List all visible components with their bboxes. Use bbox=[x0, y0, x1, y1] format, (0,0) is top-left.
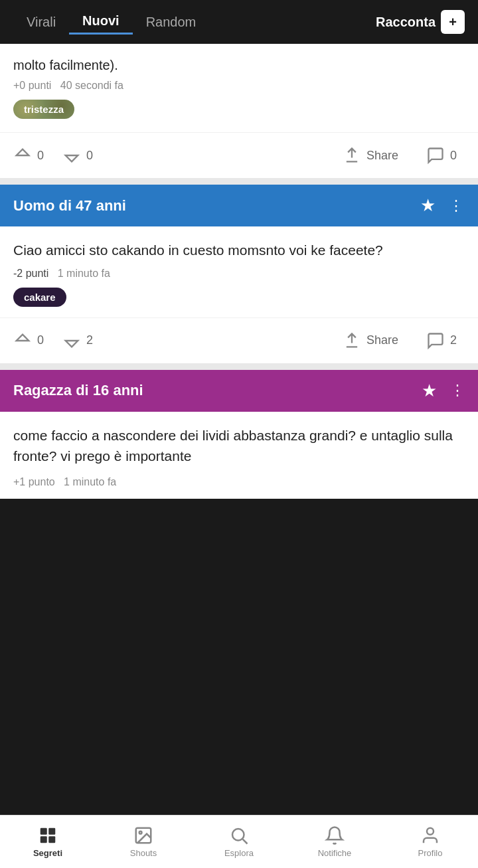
post-points: +0 punti bbox=[13, 80, 51, 91]
post-time: 1 minuto fa bbox=[64, 476, 116, 487]
upvote-button[interactable]: 0 bbox=[13, 329, 52, 353]
post-tag[interactable]: tristezza bbox=[13, 100, 74, 119]
card-body-purple: come faccio a nascondere dei lividi abba… bbox=[0, 412, 478, 499]
post-time: 1 minuto fa bbox=[58, 268, 110, 279]
share-button[interactable]: Share bbox=[343, 143, 406, 167]
svg-rect-3 bbox=[48, 836, 55, 843]
share-button[interactable]: Share bbox=[343, 329, 406, 353]
upvote-count: 0 bbox=[37, 149, 44, 163]
svg-rect-1 bbox=[48, 828, 55, 835]
svg-rect-0 bbox=[40, 828, 47, 835]
downvote-button[interactable]: 0 bbox=[62, 143, 101, 167]
downvote-icon bbox=[62, 331, 81, 350]
upvote-button[interactable]: 0 bbox=[13, 143, 52, 167]
card-title: Uomo di 47 anni bbox=[13, 197, 126, 215]
person-icon bbox=[420, 825, 440, 845]
bell-icon bbox=[325, 825, 345, 845]
tab-segreti[interactable]: Segreti bbox=[0, 820, 96, 863]
comment-icon bbox=[426, 331, 445, 350]
feed-content: molto facilmente). +0 punti 40 secondi f… bbox=[0, 44, 478, 499]
nav-nuovi[interactable]: Nuovi bbox=[69, 9, 133, 35]
tab-profilo-label: Profilo bbox=[418, 848, 443, 858]
tab-notifiche-label: Notifiche bbox=[318, 848, 352, 858]
svg-point-8 bbox=[427, 828, 434, 835]
nav-random[interactable]: Random bbox=[133, 11, 210, 34]
post-card-purple: Ragazza di 16 anni ★ ⋮ come faccio a nas… bbox=[0, 370, 478, 499]
upvote-icon bbox=[13, 146, 32, 165]
svg-line-7 bbox=[243, 839, 248, 844]
card-header-purple: Ragazza di 16 anni ★ ⋮ bbox=[0, 370, 478, 412]
post-text: molto facilmente). bbox=[13, 56, 465, 74]
post-tag[interactable]: cakare bbox=[13, 288, 66, 307]
share-label: Share bbox=[366, 333, 398, 347]
star-icon[interactable]: ★ bbox=[420, 195, 436, 216]
post-text: Ciao amicci sto cakando in cuesto momsnt… bbox=[13, 240, 465, 261]
post-points: +1 punto bbox=[13, 476, 55, 487]
comment-button[interactable]: 2 bbox=[426, 329, 465, 353]
search-icon bbox=[229, 825, 249, 845]
post-time: 40 secondi fa bbox=[60, 80, 123, 91]
comment-icon bbox=[426, 146, 445, 165]
share-icon bbox=[343, 331, 361, 350]
svg-point-5 bbox=[139, 831, 142, 834]
upvote-count: 0 bbox=[37, 333, 44, 347]
downvote-count: 2 bbox=[86, 333, 93, 347]
racconta-button[interactable]: Racconta + bbox=[376, 10, 465, 34]
top-navigation: Virali Nuovi Random Racconta + bbox=[0, 0, 478, 44]
share-label: Share bbox=[366, 149, 398, 163]
post-actions: 0 0 Share 0 bbox=[0, 132, 478, 178]
post-card-partial: molto facilmente). +0 punti 40 secondi f… bbox=[0, 44, 478, 178]
more-options-icon[interactable]: ⋮ bbox=[450, 382, 465, 399]
bottom-navigation: Segreti Shouts Esplora Notifiche Profilo bbox=[0, 815, 478, 868]
downvote-button[interactable]: 2 bbox=[62, 329, 101, 353]
svg-rect-2 bbox=[40, 836, 47, 843]
post-text: come faccio a nascondere dei lividi abba… bbox=[13, 425, 465, 467]
card-body-blue: Ciao amicci sto cakando in cuesto momsnt… bbox=[0, 226, 478, 317]
tab-esplora[interactable]: Esplora bbox=[191, 820, 287, 863]
post-actions: 0 2 Share 2 bbox=[0, 317, 478, 363]
tab-profilo[interactable]: Profilo bbox=[382, 820, 478, 863]
post-meta: +1 punto 1 minuto fa bbox=[13, 476, 465, 488]
downvote-icon bbox=[62, 146, 81, 165]
tab-notifiche[interactable]: Notifiche bbox=[287, 820, 382, 863]
share-icon bbox=[343, 146, 361, 165]
post-card-blue: Uomo di 47 anni ★ ⋮ Ciao amicci sto caka… bbox=[0, 185, 478, 363]
downvote-count: 0 bbox=[86, 149, 93, 163]
plus-icon[interactable]: + bbox=[441, 10, 465, 34]
upvote-icon bbox=[13, 331, 32, 350]
card-header-blue: Uomo di 47 anni ★ ⋮ bbox=[0, 185, 478, 226]
tab-esplora-label: Esplora bbox=[224, 848, 254, 858]
tab-shouts[interactable]: Shouts bbox=[96, 820, 191, 863]
more-options-icon[interactable]: ⋮ bbox=[449, 197, 465, 215]
image-icon bbox=[133, 825, 153, 845]
grid-icon bbox=[38, 825, 58, 845]
post-meta: +0 punti 40 secondi fa bbox=[13, 80, 465, 92]
comment-button[interactable]: 0 bbox=[426, 143, 465, 167]
tab-shouts-label: Shouts bbox=[130, 848, 157, 858]
svg-point-6 bbox=[232, 829, 244, 841]
post-meta: -2 punti 1 minuto fa bbox=[13, 268, 465, 280]
star-icon[interactable]: ★ bbox=[422, 381, 437, 401]
comment-count: 0 bbox=[450, 149, 457, 163]
nav-virali[interactable]: Virali bbox=[13, 11, 69, 34]
comment-count: 2 bbox=[450, 333, 457, 347]
tab-segreti-label: Segreti bbox=[33, 848, 62, 858]
card-title: Ragazza di 16 anni bbox=[13, 382, 143, 399]
post-points: -2 punti bbox=[13, 268, 48, 279]
